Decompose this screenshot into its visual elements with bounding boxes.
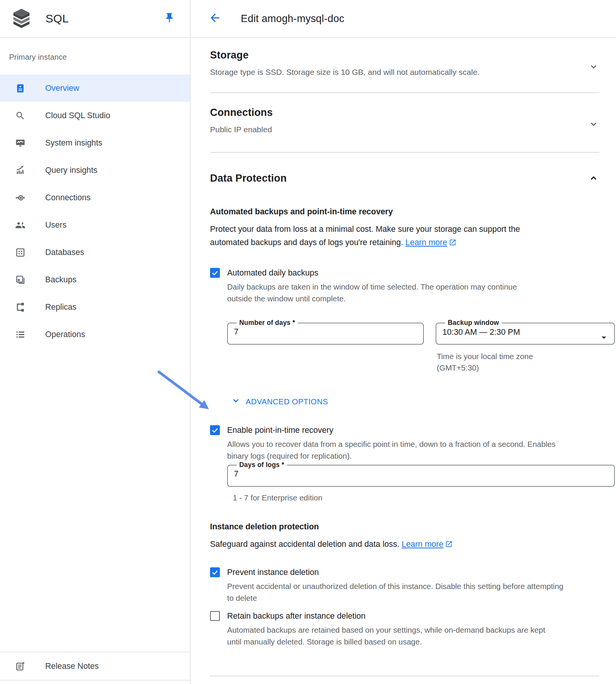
sidebar-header: SQL bbox=[0, 0, 190, 38]
connections-section-title: Connections bbox=[210, 106, 273, 119]
sidebar-item-label: Connections bbox=[45, 193, 91, 203]
prevent-deletion-description: Prevent accidental or unauthorized delet… bbox=[227, 580, 569, 604]
days-of-logs-helper: 1 - 7 for Enterprise edition bbox=[233, 492, 615, 504]
point-in-time-recovery-checkbox[interactable] bbox=[210, 425, 220, 435]
retain-backups-label[interactable]: Retain backups after instance deletion bbox=[227, 610, 561, 622]
section-connections: Connections Public IP enabled bbox=[210, 93, 599, 153]
app-window: SQL Primary instance OverviewCloud SQL S… bbox=[0, 0, 616, 684]
learn-more-link[interactable]: Learn more bbox=[401, 540, 453, 549]
section-data-protection: Data Protection Automated backups and po… bbox=[210, 153, 599, 648]
automated-daily-backups-checkbox[interactable] bbox=[210, 268, 220, 278]
storage-section-title: Storage bbox=[210, 49, 480, 62]
page-content: Storage Storage type is SSD. Storage siz… bbox=[191, 38, 616, 684]
cloud-sql-logo-icon bbox=[13, 9, 30, 28]
point-in-time-recovery-description: Allows you to recover data from a specif… bbox=[227, 438, 569, 462]
users-icon bbox=[15, 220, 25, 230]
search-icon bbox=[15, 111, 25, 121]
backup-window-select[interactable]: Backup window 10:30 AM — 2:30 PM bbox=[436, 320, 615, 345]
sidebar-section-label: Primary instance bbox=[0, 52, 190, 62]
open-in-new-icon bbox=[443, 540, 453, 549]
days-of-logs-label: Days of logs * bbox=[237, 462, 287, 469]
chevron-down-icon bbox=[588, 118, 599, 130]
number-of-days-field: Number of days * bbox=[227, 320, 424, 345]
sidebar-item-label: Databases bbox=[45, 248, 84, 257]
pin-button[interactable] bbox=[163, 12, 176, 25]
automated-backups-intro: Protect your data from loss at a minimal… bbox=[210, 223, 556, 249]
sidebar-item-label: Release Notes bbox=[45, 662, 99, 671]
sidebar-item-label: System insights bbox=[45, 138, 103, 148]
overview-icon bbox=[15, 83, 25, 93]
chevron-up-icon bbox=[588, 173, 599, 184]
main-panel: Edit amogh-mysql-doc Storage Storage typ… bbox=[191, 0, 616, 684]
backup-fields-row: Number of days * Backup window 10:30 AM … bbox=[227, 320, 615, 345]
number-of-days-input[interactable] bbox=[233, 326, 418, 337]
sidebar-item-connections[interactable]: Connections bbox=[0, 184, 190, 211]
product-name: SQL bbox=[46, 12, 163, 25]
sidebar-item-system-insights[interactable]: System insights bbox=[0, 129, 190, 157]
backup-window-value: 10:30 AM — 2:30 PM bbox=[442, 326, 609, 337]
backup-window-helper: Time is your local time zone (GMT+5:30) bbox=[437, 351, 551, 374]
databases-icon bbox=[15, 247, 25, 258]
sidebar-item-backups[interactable]: Backups bbox=[0, 266, 190, 293]
data-protection-section-title: Data Protection bbox=[210, 172, 287, 185]
sidebar-item-label: Operations bbox=[45, 330, 85, 339]
sidebar: SQL Primary instance OverviewCloud SQL S… bbox=[0, 0, 191, 684]
sidebar-item-overview[interactable]: Overview bbox=[0, 74, 190, 102]
deletion-protection-intro: Safeguard against accidental deletion an… bbox=[210, 538, 556, 551]
sidebar-item-label: Overview bbox=[45, 84, 79, 93]
chevron-down-icon bbox=[231, 396, 241, 407]
prevent-deletion-checkbox[interactable] bbox=[210, 567, 220, 577]
sidebar-item-release-notes[interactable]: Release Notes bbox=[0, 652, 190, 680]
connections-icon bbox=[15, 193, 25, 203]
sidebar-item-label: Replicas bbox=[45, 302, 76, 312]
sidebar-item-query-insights[interactable]: Query insights bbox=[0, 157, 190, 184]
arrow-drop-down-icon bbox=[598, 332, 610, 345]
advanced-options-toggle[interactable]: ADVANCED OPTIONS bbox=[231, 396, 599, 407]
backups-icon bbox=[15, 275, 25, 285]
backup-window-label: Backup window bbox=[445, 320, 502, 326]
retain-backups-description: Automated backups are retained based on … bbox=[227, 624, 561, 648]
automated-daily-backups-description: Daily backups are taken in the window of… bbox=[227, 281, 542, 304]
section-divider bbox=[210, 676, 599, 676]
sidebar-footer: Release Notes bbox=[0, 652, 190, 681]
back-button[interactable] bbox=[207, 11, 223, 26]
section-storage: Storage Storage type is SSD. Storage siz… bbox=[210, 49, 599, 93]
automated-daily-backups-label[interactable]: Automated daily backups bbox=[227, 267, 615, 279]
system-insights-icon bbox=[15, 138, 25, 148]
operations-icon bbox=[15, 329, 25, 340]
point-in-time-recovery-label[interactable]: Enable point-in-time recovery bbox=[227, 424, 615, 436]
sidebar-item-label: Cloud SQL Studio bbox=[45, 111, 110, 120]
automated-backups-heading: Automated backups and point-in-time reco… bbox=[210, 206, 599, 217]
sidebar-item-label: Query insights bbox=[45, 166, 97, 175]
point-in-time-recovery-row: Enable point-in-time recovery Allows you… bbox=[210, 424, 599, 504]
sidebar-item-cloud-sql-studio[interactable]: Cloud SQL Studio bbox=[0, 102, 190, 129]
days-of-logs-field: Days of logs * bbox=[227, 462, 615, 487]
number-of-days-label: Number of days * bbox=[237, 320, 298, 326]
learn-more-link[interactable]: Learn more bbox=[405, 238, 456, 247]
days-of-logs-input[interactable] bbox=[233, 469, 609, 479]
query-insights-icon bbox=[15, 165, 25, 176]
sidebar-item-replicas[interactable]: Replicas bbox=[0, 293, 190, 321]
page-header: Edit amogh-mysql-doc bbox=[191, 0, 616, 38]
sidebar-item-operations[interactable]: Operations bbox=[0, 321, 190, 348]
pin-icon bbox=[164, 12, 175, 25]
page-title: Edit amogh-mysql-doc bbox=[241, 13, 344, 25]
open-in-new-icon bbox=[447, 238, 456, 247]
data-protection-collapse-button[interactable] bbox=[588, 173, 599, 184]
storage-summary: Storage type is SSD. Storage size is 10 … bbox=[210, 66, 480, 78]
connections-expand-button[interactable] bbox=[588, 118, 599, 130]
storage-expand-button[interactable] bbox=[588, 61, 599, 72]
retain-backups-checkbox[interactable] bbox=[210, 611, 220, 621]
sidebar-item-databases[interactable]: Databases bbox=[0, 239, 190, 266]
connections-summary: Public IP enabled bbox=[210, 124, 273, 135]
prevent-deletion-label[interactable]: Prevent instance deletion bbox=[227, 566, 569, 578]
sidebar-item-label: Users bbox=[45, 220, 66, 230]
sidebar-item-users[interactable]: Users bbox=[0, 211, 190, 239]
automated-daily-backups-row: Automated daily backups Daily backups ar… bbox=[210, 267, 599, 374]
advanced-options-label: ADVANCED OPTIONS bbox=[246, 397, 328, 406]
sidebar-item-label: Backups bbox=[45, 275, 76, 285]
replicas-icon bbox=[15, 302, 25, 312]
arrow-back-icon bbox=[208, 11, 221, 26]
chevron-down-icon bbox=[588, 61, 599, 72]
retain-backups-row: Retain backups after instance deletion A… bbox=[210, 610, 599, 648]
